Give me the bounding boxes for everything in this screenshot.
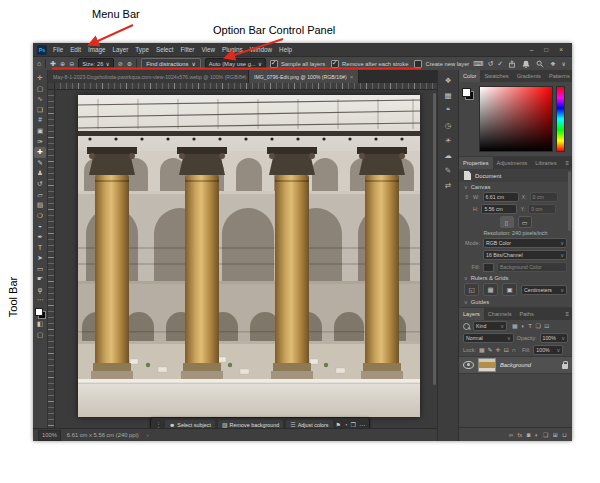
lock-all-icon[interactable]: ∩: [512, 347, 516, 353]
menu-item[interactable]: Window: [250, 46, 272, 53]
type-filter-icon[interactable]: T: [528, 323, 532, 329]
flag-icon[interactable]: ⚑: [336, 422, 341, 428]
current-tool-icon[interactable]: ✚: [50, 60, 56, 67]
image-icon[interactable]: ▦: [444, 92, 451, 100]
document-tab[interactable]: May-8-1-2023-Dogsholinda-pworkqua.com-vi…: [48, 70, 249, 83]
guides-section-header[interactable]: ∨ Guides: [459, 297, 572, 306]
document-tab[interactable]: IMG_0796-Edit.png @ 100% (RGB/16#) ×: [249, 70, 359, 83]
menu-item[interactable]: File: [53, 46, 63, 53]
close-tab-icon[interactable]: ×: [350, 74, 354, 80]
panel-tab[interactable]: Patterns: [545, 70, 572, 82]
guides-icon[interactable]: ▣: [502, 283, 517, 296]
blend-mode-dropdown[interactable]: Normal ∨: [463, 333, 514, 343]
menu-item[interactable]: Plugins: [222, 46, 243, 53]
layer-row-background[interactable]: Background: [459, 356, 572, 374]
maximize-button[interactable]: □: [544, 46, 548, 53]
taskbar-button[interactable]: ☻ Select subject: [165, 420, 215, 429]
height-field[interactable]: 5.56 cm: [481, 204, 517, 214]
canvas-image[interactable]: [78, 95, 420, 417]
fill-field[interactable]: 100% ∨: [533, 345, 563, 355]
clone-stamp-tool-icon[interactable]: ♟: [34, 168, 46, 179]
foreground-color-swatch[interactable]: [462, 88, 471, 97]
panel-menu-icon[interactable]: ≡: [562, 308, 572, 320]
crop-tool-icon[interactable]: #: [34, 115, 46, 126]
panel-tab[interactable]: Layers: [459, 308, 484, 320]
home-icon[interactable]: ⌂: [37, 60, 41, 67]
discover-icon[interactable]: ❖: [550, 61, 555, 67]
panel-tab[interactable]: Paths: [515, 308, 537, 320]
lock-pixels-icon[interactable]: ✎: [488, 347, 493, 353]
foreground-background-swatches[interactable]: [35, 308, 46, 319]
portrait-orientation-button[interactable]: ▯: [500, 216, 514, 228]
saturation-square[interactable]: [479, 86, 553, 152]
canvas-fill-dropdown[interactable]: Background Color: [497, 262, 567, 272]
lock-artboard-icon[interactable]: ⊡: [504, 347, 509, 353]
zoom-level-field[interactable]: 100%: [38, 430, 61, 441]
panel-tab[interactable]: Libraries: [531, 157, 560, 169]
panel-menu-icon[interactable]: ≡: [562, 157, 572, 169]
search-icon[interactable]: [536, 60, 544, 68]
hue-slider[interactable]: [556, 86, 565, 152]
pen-tool-icon[interactable]: ✒: [34, 232, 46, 243]
screen-mode-icon[interactable]: ▢: [34, 330, 46, 341]
hand-tool-icon[interactable]: ☛: [34, 274, 46, 285]
panel-tab[interactable]: Swatches: [480, 70, 512, 82]
adjustment-filter-icon[interactable]: ◐: [521, 323, 525, 329]
color-swatch-pair[interactable]: [462, 88, 474, 100]
taskbar-drag-handle[interactable]: ⋮: [155, 421, 162, 429]
x-field[interactable]: 0 cm: [530, 192, 558, 202]
smart-object-filter-icon[interactable]: ⊡: [544, 323, 549, 329]
brush-angle-icon[interactable]: ⊘: [118, 61, 123, 67]
layer-group-icon[interactable]: ❏: [543, 432, 548, 438]
close-button[interactable]: ×: [559, 46, 563, 53]
keyboard-icon[interactable]: ⌨: [473, 60, 483, 67]
undo-icon[interactable]: ↺: [487, 60, 493, 67]
landscape-orientation-button[interactable]: ▭: [518, 216, 532, 228]
pixel-filter-icon[interactable]: ▦: [512, 323, 518, 329]
panel-tab[interactable]: Color: [459, 70, 480, 82]
foreground-color-swatch[interactable]: [35, 308, 43, 316]
frame-tool-icon[interactable]: ▣: [34, 126, 46, 137]
gear-icon[interactable]: ⚙: [127, 61, 132, 67]
menu-item[interactable]: Layer: [113, 46, 129, 53]
layer-mask-icon[interactable]: ◙: [527, 432, 531, 438]
more-options-icon[interactable]: ⋯: [359, 422, 365, 428]
grid-icon[interactable]: ▦: [483, 283, 498, 296]
taskbar-button[interactable]: ▨ Remove background: [218, 420, 283, 429]
canvas-area[interactable]: ⋮ ☻ Select subject ▨ Remove background ☰…: [48, 83, 437, 428]
minimize-button[interactable]: –: [530, 46, 534, 53]
lock-transparent-icon[interactable]: ▦: [479, 347, 485, 353]
edit-toolbar-icon[interactable]: ⋯: [34, 295, 46, 306]
rulers-grids-section-header[interactable]: ∨ Rulers & Grids: [459, 273, 572, 282]
option-checkbox[interactable]: Remove after each stroke: [331, 60, 408, 68]
menu-item[interactable]: Type: [135, 46, 149, 53]
clouds-icon[interactable]: ☁: [444, 152, 452, 160]
panel-tab[interactable]: Adjustments: [493, 157, 532, 169]
layer-name[interactable]: Background: [500, 362, 531, 368]
marquee-tool-icon[interactable]: ▢: [34, 84, 46, 95]
lasso-tool-icon[interactable]: ∿: [34, 94, 46, 105]
shapes-icon[interactable]: ❖: [445, 77, 452, 85]
menu-item[interactable]: Filter: [180, 46, 194, 53]
move-tool-icon[interactable]: ✛: [34, 73, 46, 84]
link-dimensions-icon[interactable]: ∞: [464, 194, 470, 200]
panel-tab[interactable]: Properties: [459, 157, 493, 169]
y-field[interactable]: 0 cm: [528, 204, 556, 214]
commit-check-icon[interactable]: ✓: [497, 60, 503, 67]
adjustment-layer-icon[interactable]: ◐: [535, 432, 539, 438]
delete-layer-icon[interactable]: ⊔: [562, 432, 567, 438]
bell-icon[interactable]: [522, 60, 530, 68]
history-brush-tool-icon[interactable]: ↺: [34, 179, 46, 190]
panel-tab[interactable]: Gradients: [513, 70, 545, 82]
mask-icon[interactable]: ◔: [344, 422, 348, 428]
menu-item[interactable]: Edit: [70, 46, 81, 53]
tool-presets-icon[interactable]: ⇄: [445, 182, 451, 190]
share-icon[interactable]: [508, 60, 516, 68]
export-icon[interactable]: ❐: [351, 422, 356, 428]
shape-filter-icon[interactable]: ❏: [535, 323, 540, 329]
adjustments-icon[interactable]: ☀: [445, 137, 452, 145]
canvas-vertical-scrollbar[interactable]: [433, 93, 436, 385]
color-mode-dropdown[interactable]: RGB Color ∨: [483, 238, 567, 248]
subtract-sample-icon[interactable]: ⊖: [69, 61, 74, 67]
units-dropdown[interactable]: Centimeters ∨: [521, 285, 567, 295]
